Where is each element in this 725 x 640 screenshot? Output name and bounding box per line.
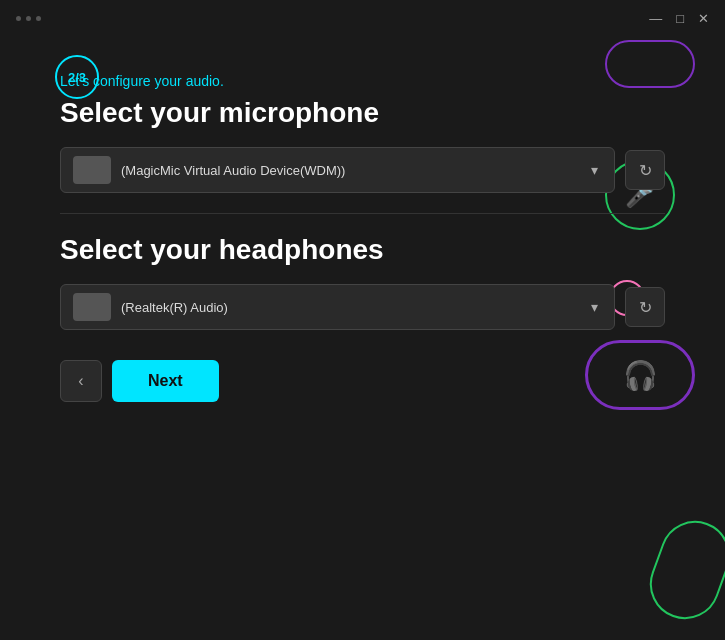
headphones-select-wrapper[interactable]: (Realtek(R) Audio) ▾: [60, 284, 615, 330]
subtitle: Let's configure your audio.: [60, 73, 665, 89]
progress-badge: 2/3: [55, 55, 99, 99]
headphones-dropdown-chevron[interactable]: ▾: [587, 295, 602, 319]
minimize-button[interactable]: —: [649, 12, 662, 25]
headphones-selected-device: (Realtek(R) Audio): [121, 300, 587, 315]
microphone-icon-block: [73, 156, 111, 184]
headphones-icon-block: [73, 293, 111, 321]
progress-label: 2/3: [68, 70, 86, 85]
footer-buttons: ‹ Next: [60, 360, 665, 402]
title-bar: — □ ✕: [0, 0, 725, 33]
section-divider: [60, 213, 665, 214]
title-bar-dots: [16, 16, 41, 21]
headphones-title: Select your headphones: [60, 234, 665, 266]
headphones-refresh-icon: ↻: [639, 298, 652, 317]
microphone-title: Select your microphone: [60, 97, 665, 129]
microphone-dropdown-chevron[interactable]: ▾: [587, 158, 602, 182]
microphone-section: Let's configure your audio. Select your …: [60, 73, 665, 193]
dot-2: [26, 16, 31, 21]
next-button[interactable]: Next: [112, 360, 219, 402]
close-button[interactable]: ✕: [698, 12, 709, 25]
microphone-select-wrapper[interactable]: (MagicMic Virtual Audio Device(WDM)) ▾: [60, 147, 615, 193]
headphones-select-row: (Realtek(R) Audio) ▾ ↻: [60, 284, 665, 330]
microphone-selected-device: (MagicMic Virtual Audio Device(WDM)): [121, 163, 587, 178]
main-content: Let's configure your audio. Select your …: [0, 53, 725, 422]
deco-green-blob: [640, 511, 725, 629]
back-button[interactable]: ‹: [60, 360, 102, 402]
microphone-select-row: (MagicMic Virtual Audio Device(WDM)) ▾ ↻: [60, 147, 665, 193]
dot-3: [36, 16, 41, 21]
microphone-refresh-button[interactable]: ↻: [625, 150, 665, 190]
back-icon: ‹: [78, 372, 83, 390]
window-controls: — □ ✕: [649, 12, 709, 25]
headphones-section: Select your headphones (Realtek(R) Audio…: [60, 234, 665, 330]
microphone-refresh-icon: ↻: [639, 161, 652, 180]
headphones-refresh-button[interactable]: ↻: [625, 287, 665, 327]
next-label: Next: [148, 372, 183, 389]
maximize-button[interactable]: □: [676, 12, 684, 25]
dot-1: [16, 16, 21, 21]
